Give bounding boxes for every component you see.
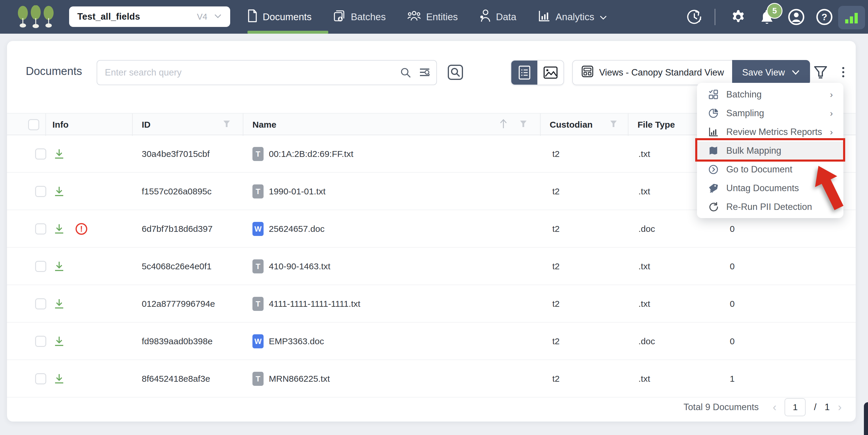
custodian-value: t2 bbox=[552, 173, 560, 210]
views-dropdown-button[interactable]: Views - Canopy Standard View bbox=[572, 60, 732, 85]
untag-icon bbox=[708, 183, 719, 193]
document-name[interactable]: MRN866225.txt bbox=[269, 360, 330, 398]
more-options-kebab-icon[interactable] bbox=[839, 63, 847, 81]
project-selector[interactable]: Test_all_fields V4 bbox=[69, 6, 230, 27]
file-badge-cell: T bbox=[252, 135, 264, 173]
table-row[interactable]: ! 012a8777996794e T 4111-1111-1111-1111.… bbox=[7, 285, 856, 322]
count-value: 0 bbox=[730, 285, 735, 322]
row-checkbox-cell bbox=[35, 248, 46, 285]
menu-item-sampling[interactable]: Sampling › bbox=[697, 104, 843, 123]
row-checkbox-cell bbox=[35, 322, 46, 360]
nav-divider bbox=[715, 9, 715, 25]
next-page-icon[interactable]: › bbox=[838, 402, 842, 413]
svg-text:?: ? bbox=[822, 12, 827, 22]
download-icon[interactable] bbox=[53, 360, 65, 398]
page-number-input[interactable] bbox=[784, 398, 806, 416]
row-checkbox[interactable] bbox=[35, 186, 46, 197]
tab-batches[interactable]: Batches bbox=[333, 10, 386, 24]
menu-item-untag-documents[interactable]: Untag Documents bbox=[697, 179, 843, 197]
corner-widget[interactable] bbox=[864, 402, 868, 435]
menu-item-rerun-pii-detection[interactable]: Re-Run PII Detection bbox=[697, 197, 843, 216]
row-checkbox[interactable] bbox=[35, 261, 46, 272]
file-type-value: .txt bbox=[639, 285, 650, 322]
menu-item-bulk-mapping[interactable]: Bulk Mapping bbox=[697, 142, 843, 160]
header-custodian[interactable]: Custodian bbox=[540, 114, 628, 136]
download-icon[interactable] bbox=[53, 210, 65, 248]
image-view-button[interactable] bbox=[537, 61, 563, 85]
file-badge: T bbox=[252, 297, 264, 311]
submenu-chevron-icon: › bbox=[830, 127, 833, 137]
select-all-checkbox[interactable] bbox=[28, 119, 39, 130]
row-checkbox[interactable] bbox=[35, 336, 46, 347]
document-id: fd9839aad0b398e bbox=[142, 322, 213, 360]
save-view-button[interactable]: Save View bbox=[732, 60, 810, 85]
advanced-search-icon[interactable] bbox=[419, 67, 431, 79]
download-icon[interactable] bbox=[53, 173, 65, 210]
row-checkbox-cell bbox=[35, 360, 46, 398]
row-checkbox-cell bbox=[35, 210, 46, 248]
pagination: Total 9 Documents ‹ / 1 › bbox=[683, 397, 842, 417]
menu-item-review-metrics-reports[interactable]: Review Metrics Reports › bbox=[697, 123, 843, 142]
document-name[interactable]: 1990-01-01.txt bbox=[269, 173, 326, 210]
batches-icon bbox=[333, 10, 346, 24]
sampling-icon bbox=[708, 108, 719, 119]
warning-icon: ! bbox=[75, 210, 87, 248]
menu-item-batching[interactable]: Batching › bbox=[697, 85, 843, 104]
file-badge: T bbox=[252, 372, 264, 386]
table-row[interactable]: ! fd9839aad0b398e W EMP3363.doc t2 .doc … bbox=[7, 322, 856, 360]
download-icon[interactable] bbox=[53, 135, 65, 173]
file-type-value: .doc bbox=[639, 322, 655, 360]
document-name[interactable]: 410-90-1463.txt bbox=[269, 248, 330, 285]
previous-page-icon[interactable]: ‹ bbox=[773, 402, 777, 413]
header-info[interactable]: Info bbox=[45, 114, 68, 136]
user-avatar-icon[interactable] bbox=[786, 0, 806, 34]
row-checkbox[interactable] bbox=[35, 298, 46, 309]
row-checkbox[interactable] bbox=[35, 148, 46, 159]
sort-ascending-icon[interactable] bbox=[499, 119, 508, 131]
search-input[interactable] bbox=[105, 67, 393, 78]
filter-funnel-icon[interactable] bbox=[813, 65, 828, 82]
tab-data[interactable]: Data bbox=[479, 9, 516, 25]
views-icon bbox=[581, 65, 594, 80]
download-icon[interactable] bbox=[53, 248, 65, 285]
stats-chart-button[interactable] bbox=[838, 6, 865, 29]
document-id: 6d7bf7b18d6d397 bbox=[142, 210, 213, 248]
tab-label: Entities bbox=[426, 11, 458, 23]
chevron-down-icon bbox=[791, 67, 800, 78]
custodian-value: t2 bbox=[552, 285, 560, 322]
filter-funnel-icon[interactable] bbox=[610, 120, 617, 130]
row-checkbox[interactable] bbox=[35, 373, 46, 384]
document-name[interactable]: 00:1A:2B:d2:69:FF.txt bbox=[269, 135, 353, 173]
download-icon[interactable] bbox=[53, 285, 65, 322]
file-type-value: .doc bbox=[639, 210, 655, 248]
search-icon[interactable] bbox=[400, 67, 411, 78]
document-id: 5c4068c26e4e0f1 bbox=[142, 248, 212, 285]
table-row[interactable]: ! 5c4068c26e4e0f1 T 410-90-1463.txt t2 .… bbox=[7, 248, 856, 285]
custodian-value: t2 bbox=[552, 210, 560, 248]
list-view-button[interactable] bbox=[511, 61, 537, 85]
canopy-logo[interactable] bbox=[17, 5, 60, 30]
tab-entities[interactable]: Entities bbox=[407, 10, 458, 24]
tab-documents[interactable]: Documents bbox=[247, 9, 312, 25]
views-label: Views - Canopy Standard View bbox=[599, 67, 724, 78]
help-icon[interactable]: ? bbox=[814, 0, 835, 34]
header-id[interactable]: ID bbox=[132, 114, 243, 136]
analytics-icon bbox=[538, 10, 550, 24]
file-badge: T bbox=[252, 259, 264, 273]
header-name[interactable]: Name bbox=[243, 114, 540, 136]
tab-analytics[interactable]: Analytics bbox=[538, 10, 607, 24]
settings-gear-icon[interactable] bbox=[728, 0, 748, 34]
filter-funnel-icon[interactable] bbox=[520, 120, 527, 130]
document-name[interactable]: 25624657.doc bbox=[269, 210, 324, 248]
count-value: 0 bbox=[730, 322, 735, 360]
file-badge-cell: T bbox=[252, 173, 264, 210]
row-checkbox[interactable] bbox=[35, 223, 46, 235]
menu-item-go-to-document[interactable]: Go to Document bbox=[697, 160, 843, 179]
document-name[interactable]: 4111-1111-1111-1111.txt bbox=[269, 285, 360, 322]
filter-funnel-icon[interactable] bbox=[223, 120, 230, 130]
document-name[interactable]: EMP3363.doc bbox=[269, 322, 324, 360]
download-icon[interactable] bbox=[53, 322, 65, 360]
search-in-document-icon[interactable] bbox=[447, 64, 464, 82]
table-row[interactable]: ! 8f6452418e8af3e T MRN866225.txt t2 .tx… bbox=[7, 360, 856, 398]
history-icon[interactable] bbox=[684, 0, 705, 34]
